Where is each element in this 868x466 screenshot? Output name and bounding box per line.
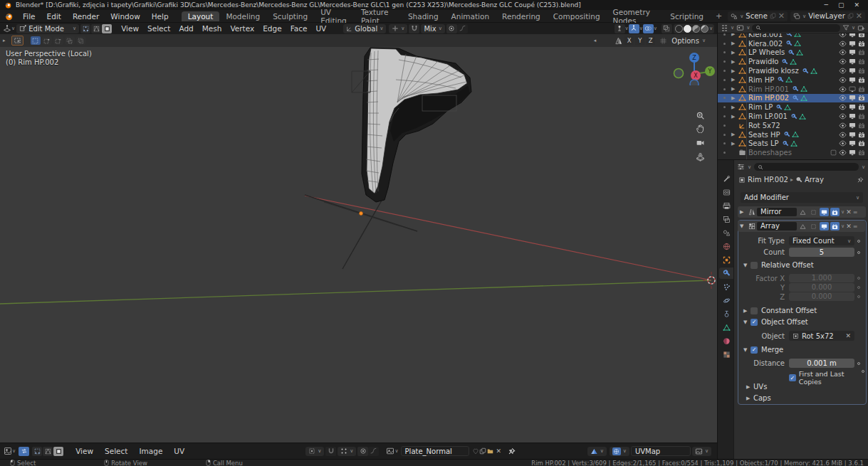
animate-dot[interactable] bbox=[857, 277, 860, 280]
extras-dropdown-icon[interactable]: ∨ bbox=[841, 209, 845, 215]
sidebar-collapse-arrow[interactable]: ◂ bbox=[594, 38, 597, 43]
disable-render-icon[interactable] bbox=[858, 86, 865, 92]
select-mode-set[interactable] bbox=[31, 36, 41, 45]
mode-selector[interactable]: Edit Mode ∨ bbox=[16, 24, 79, 33]
uv-sync-selection-toggle[interactable] bbox=[19, 447, 29, 456]
object-name[interactable]: Rim HP.002 bbox=[748, 94, 789, 102]
pin-icon[interactable] bbox=[857, 176, 864, 184]
edit-mode-toggle[interactable] bbox=[809, 208, 818, 216]
tab-view-layer[interactable] bbox=[719, 213, 733, 225]
merge-header[interactable]: ▼ ✓ Merge bbox=[743, 346, 783, 354]
gizmos-toggle[interactable] bbox=[629, 24, 639, 33]
hide-eye-icon[interactable] bbox=[839, 95, 847, 101]
blend-mode-selector[interactable]: Mix ∨ bbox=[421, 24, 444, 33]
modifier-array-header[interactable]: ▼ Array ∨ ✕ ≡ bbox=[738, 221, 865, 232]
exclude-checkbox[interactable] bbox=[830, 149, 837, 156]
tab-texture[interactable] bbox=[719, 349, 733, 360]
object-field[interactable]: Rot 5x72 ✕ bbox=[789, 331, 854, 341]
disable-viewport-icon[interactable] bbox=[849, 58, 856, 65]
toolbar-expand-arrow[interactable]: ▸ bbox=[3, 38, 6, 43]
disable-render-icon[interactable] bbox=[858, 104, 865, 110]
expand-arrow-icon[interactable]: ▶ bbox=[731, 141, 738, 147]
disable-viewport-icon[interactable] bbox=[849, 122, 856, 129]
mirror-z-toggle[interactable]: Z bbox=[646, 36, 655, 45]
expand-arrow-icon[interactable]: ▶ bbox=[731, 50, 738, 55]
disable-render-icon[interactable] bbox=[858, 95, 865, 101]
tab-render[interactable] bbox=[719, 186, 733, 198]
uv-edge-select-button[interactable] bbox=[43, 447, 53, 456]
select-mode-subtract[interactable] bbox=[53, 36, 63, 45]
editor-type-icon[interactable] bbox=[721, 24, 728, 32]
collapse-arrow-icon[interactable]: ▼ bbox=[740, 223, 747, 229]
factor-x-field[interactable]: 1.000 bbox=[789, 274, 854, 282]
hide-eye-icon[interactable] bbox=[839, 33, 847, 38]
show-gizmo-filter[interactable] bbox=[615, 24, 625, 33]
count-field[interactable]: 5 bbox=[789, 248, 854, 257]
pivot-point-selector[interactable]: ∨ bbox=[389, 24, 407, 33]
object-name[interactable]: Seats HP bbox=[748, 131, 780, 139]
select-mode-intersect[interactable] bbox=[76, 36, 86, 45]
disable-viewport-icon[interactable] bbox=[849, 49, 856, 55]
drag-handle-icon[interactable]: ≡ bbox=[853, 209, 858, 216]
expand-arrow-icon[interactable]: ▶ bbox=[746, 396, 753, 401]
disable-viewport-icon[interactable] bbox=[849, 113, 856, 120]
new-collection-icon[interactable] bbox=[857, 24, 865, 32]
relative-offset-checkbox[interactable] bbox=[751, 262, 758, 269]
object-name[interactable]: Prawidło klosz bbox=[748, 67, 799, 75]
disable-render-icon[interactable] bbox=[858, 77, 865, 83]
minimize-button[interactable]: ─ bbox=[825, 1, 828, 9]
expand-arrow-icon[interactable]: ▶ bbox=[731, 86, 738, 92]
disable-viewport-icon[interactable] bbox=[849, 140, 856, 147]
modifier-name-field[interactable]: Array bbox=[757, 222, 797, 231]
disable-render-icon[interactable] bbox=[858, 58, 865, 65]
disable-render-icon[interactable] bbox=[858, 68, 865, 74]
expand-arrow-icon[interactable]: ▶ bbox=[740, 209, 747, 215]
expand-arrow-icon[interactable]: ▶ bbox=[731, 33, 738, 37]
new-view-layer-icon[interactable] bbox=[847, 13, 854, 19]
hide-eye-icon[interactable] bbox=[839, 132, 847, 138]
editor-type-icon[interactable] bbox=[737, 163, 745, 171]
disable-render-icon[interactable] bbox=[858, 41, 865, 47]
object-offset-header[interactable]: ▼ ✓ Object Offset bbox=[743, 318, 808, 326]
disable-viewport-icon[interactable] bbox=[849, 77, 856, 83]
workspace-tab-animation[interactable]: Animation bbox=[445, 11, 496, 21]
new-scene-icon[interactable] bbox=[770, 13, 776, 19]
active-tool-select-box[interactable] bbox=[11, 36, 23, 46]
disable-render-icon[interactable] bbox=[858, 113, 865, 120]
editor-type-icon[interactable] bbox=[4, 447, 12, 455]
edge-select-button[interactable] bbox=[91, 24, 101, 33]
disable-render-icon[interactable] bbox=[858, 132, 865, 138]
uv-menu-uv[interactable]: UV bbox=[168, 447, 190, 455]
collapse-arrow-icon[interactable]: ▼ bbox=[743, 263, 751, 268]
menu-edge[interactable]: Edge bbox=[258, 24, 286, 33]
factor-y-field[interactable]: 0.000 bbox=[789, 283, 854, 292]
hide-eye-icon[interactable] bbox=[839, 104, 847, 110]
uv-snap-toggle[interactable] bbox=[325, 447, 336, 456]
menu-edit[interactable]: Edit bbox=[41, 12, 67, 21]
uv-menu-view[interactable]: View bbox=[70, 447, 99, 455]
shading-material-button[interactable] bbox=[692, 25, 700, 33]
breadcrumb-object[interactable]: Rim HP.002 bbox=[748, 176, 788, 184]
move-view-button[interactable] bbox=[694, 122, 706, 134]
outliner-row[interactable]: ▶ Boneshapes bbox=[718, 148, 868, 157]
animate-dot[interactable] bbox=[857, 362, 860, 365]
object-name[interactable]: Prawidło bbox=[748, 58, 778, 65]
workspace-tab-compositing[interactable]: Compositing bbox=[547, 11, 607, 21]
ortho-perspective-button[interactable] bbox=[694, 151, 706, 163]
object-name[interactable]: Seats LP bbox=[748, 139, 779, 147]
shading-rendered-button[interactable] bbox=[701, 25, 708, 33]
hide-eye-icon[interactable] bbox=[839, 58, 847, 65]
disable-render-icon[interactable] bbox=[858, 149, 865, 156]
tab-object-data[interactable] bbox=[719, 322, 733, 333]
animate-dot[interactable] bbox=[862, 370, 864, 373]
disable-viewport-icon[interactable] bbox=[849, 104, 856, 110]
tab-constraints[interactable] bbox=[719, 308, 733, 319]
object-name[interactable]: Rim HP.001 bbox=[748, 85, 789, 93]
unlink-image-icon[interactable]: ✕ bbox=[496, 448, 502, 455]
proportional-editing-toggle[interactable] bbox=[446, 24, 457, 33]
menu-help[interactable]: Help bbox=[146, 12, 174, 21]
object-name[interactable]: Rot 5x72 bbox=[748, 122, 780, 129]
disable-viewport-icon[interactable] bbox=[849, 95, 856, 101]
hide-eye-icon[interactable] bbox=[839, 149, 847, 156]
xray-toggle[interactable] bbox=[662, 24, 672, 33]
